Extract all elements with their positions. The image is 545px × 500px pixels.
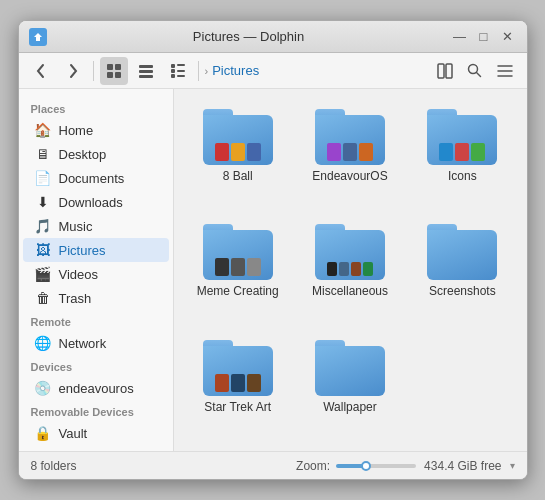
svg-rect-14: [438, 64, 444, 78]
folder-icon-8ball: [203, 109, 273, 165]
file-label-screenshots: Screenshots: [429, 284, 496, 298]
zoom-slider[interactable]: [336, 464, 416, 468]
svg-rect-8: [171, 64, 175, 68]
sidebar-item-network-label: Network: [59, 336, 107, 351]
sidebar-item-videos-label: Videos: [59, 267, 99, 282]
dolphin-window: Pictures — Dolphin — □ ✕: [18, 20, 528, 480]
folder-icon-startrekart: [203, 340, 273, 396]
downloads-icon: ⬇: [35, 194, 51, 210]
pictures-icon: 🖼: [35, 242, 51, 258]
back-button[interactable]: [27, 57, 55, 85]
svg-line-17: [477, 73, 481, 77]
menu-button[interactable]: [491, 57, 519, 85]
sidebar-item-videos[interactable]: 🎬 Videos: [23, 262, 169, 286]
view-compact-button[interactable]: [132, 57, 160, 85]
desktop-icon: 🖥: [35, 146, 51, 162]
breadcrumb-arrow: ›: [205, 65, 209, 77]
zoom-thumb: [361, 461, 371, 471]
svg-rect-6: [139, 70, 153, 73]
sidebar-item-network[interactable]: 🌐 Network: [23, 331, 169, 355]
svg-rect-11: [177, 70, 185, 72]
sidebar-item-pictures[interactable]: 🖼 Pictures: [23, 238, 169, 262]
file-item-icons[interactable]: Icons: [410, 101, 514, 208]
file-label-endeavouros: EndeavourOS: [312, 169, 387, 183]
folder-icon-miscellaneous: [315, 224, 385, 280]
sidebar-item-trash[interactable]: 🗑 Trash: [23, 286, 169, 310]
file-label-miscellaneous: Miscellaneous: [312, 284, 388, 298]
titlebar: Pictures — Dolphin — □ ✕: [19, 21, 527, 53]
svg-rect-7: [139, 75, 153, 78]
file-label-icons: Icons: [448, 169, 477, 183]
file-label-startrekart: Star Trek Art: [204, 400, 271, 414]
view-icons-button[interactable]: [100, 57, 128, 85]
split-view-button[interactable]: [431, 57, 459, 85]
file-item-endeavouros[interactable]: EndeavourOS: [298, 101, 402, 208]
separator-1: [93, 61, 94, 81]
svg-rect-3: [107, 72, 113, 78]
removable-label: Removable Devices: [19, 400, 173, 421]
sidebar-item-desktop[interactable]: 🖥 Desktop: [23, 142, 169, 166]
svg-rect-1: [107, 64, 113, 70]
toolbar-right: [431, 57, 519, 85]
breadcrumb-pictures[interactable]: Pictures: [212, 63, 259, 78]
file-grid: 8 Ball EndeavourOS: [186, 101, 515, 439]
documents-icon: 📄: [35, 170, 51, 186]
sidebar-item-pictures-label: Pictures: [59, 243, 106, 258]
remote-label: Remote: [19, 310, 173, 331]
folder-icon-memecreating: [203, 224, 273, 280]
sidebar-item-downloads[interactable]: ⬇ Downloads: [23, 190, 169, 214]
sidebar-item-music[interactable]: 🎵 Music: [23, 214, 169, 238]
videos-icon: 🎬: [35, 266, 51, 282]
sidebar-item-downloads-label: Downloads: [59, 195, 123, 210]
file-item-8ball[interactable]: 8 Ball: [186, 101, 290, 208]
file-label-memecreating: Meme Creating: [197, 284, 279, 298]
sidebar-item-music-label: Music: [59, 219, 93, 234]
file-item-wallpaper[interactable]: Wallpaper: [298, 332, 402, 439]
sidebar-item-vault[interactable]: 🔒 Vault: [23, 421, 169, 445]
file-item-memecreating[interactable]: Meme Creating: [186, 216, 290, 323]
svg-rect-15: [446, 64, 452, 78]
music-icon: 🎵: [35, 218, 51, 234]
sidebar: Places 🏠 Home 🖥 Desktop 📄 Documents ⬇ Do…: [19, 89, 174, 451]
file-item-miscellaneous[interactable]: Miscellaneous: [298, 216, 402, 323]
file-item-screenshots[interactable]: Screenshots: [410, 216, 514, 323]
sidebar-item-documents[interactable]: 📄 Documents: [23, 166, 169, 190]
svg-rect-10: [171, 69, 175, 73]
window-controls: — □ ✕: [451, 28, 517, 46]
free-space: 434.4 GiB free: [424, 459, 501, 473]
zoom-container: Zoom:: [296, 459, 416, 473]
folder-icon-wallpaper: [315, 340, 385, 396]
view-details-button[interactable]: [164, 57, 192, 85]
sidebar-item-home-label: Home: [59, 123, 94, 138]
home-icon: 🏠: [35, 122, 51, 138]
network-icon: 🌐: [35, 335, 51, 351]
svg-rect-2: [115, 64, 121, 70]
devices-label: Devices: [19, 355, 173, 376]
svg-rect-13: [177, 75, 185, 77]
file-label-wallpaper: Wallpaper: [323, 400, 377, 414]
folder-count: 8 folders: [31, 459, 289, 473]
separator-2: [198, 61, 199, 81]
file-item-startrekart[interactable]: Star Trek Art: [186, 332, 290, 439]
statusbar: 8 folders Zoom: 434.4 GiB free ▾: [19, 451, 527, 479]
search-button[interactable]: [461, 57, 489, 85]
toolbar: › Pictures: [19, 53, 527, 89]
sidebar-item-home[interactable]: 🏠 Home: [23, 118, 169, 142]
sidebar-item-desktop-label: Desktop: [59, 147, 107, 162]
statusbar-dropdown-icon[interactable]: ▾: [510, 460, 515, 471]
places-label: Places: [19, 97, 173, 118]
zoom-label: Zoom:: [296, 459, 330, 473]
file-area: 8 Ball EndeavourOS: [174, 89, 527, 451]
file-label-8ball: 8 Ball: [223, 169, 253, 183]
close-button[interactable]: ✕: [499, 28, 517, 46]
maximize-button[interactable]: □: [475, 28, 493, 46]
forward-button[interactable]: [59, 57, 87, 85]
svg-rect-5: [139, 65, 153, 68]
window-title: Pictures — Dolphin: [193, 29, 304, 44]
sidebar-item-documents-label: Documents: [59, 171, 125, 186]
vault-icon: 🔒: [35, 425, 51, 441]
minimize-button[interactable]: —: [451, 28, 469, 46]
sidebar-item-endeavouros[interactable]: 💿 endeavouros: [23, 376, 169, 400]
folder-icon-icons: [427, 109, 497, 165]
app-icon: [29, 28, 47, 46]
